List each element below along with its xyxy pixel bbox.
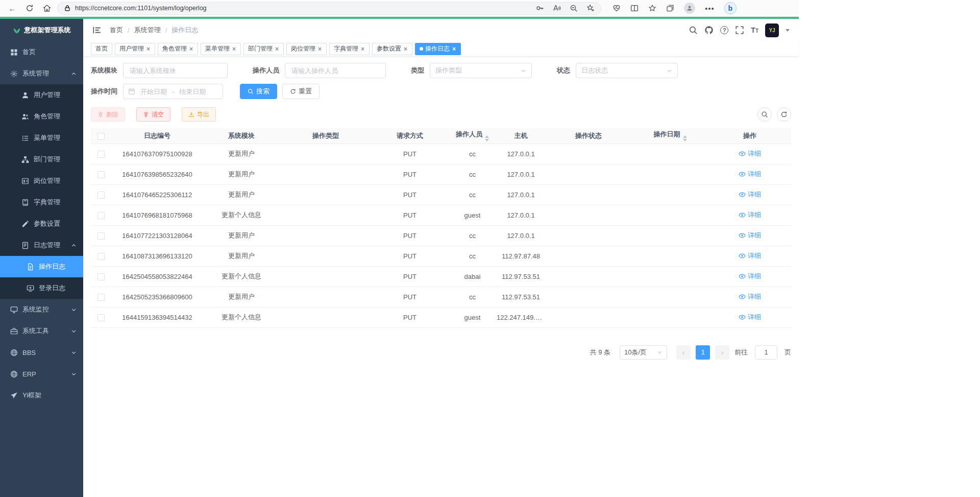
header-search-icon[interactable] bbox=[689, 26, 698, 35]
reset-button[interactable]: 重置 bbox=[282, 84, 320, 99]
address-bar[interactable]: https://ccnetcore.com:1101/system/log/op… bbox=[57, 2, 601, 15]
page-number-1[interactable]: 1 bbox=[696, 345, 710, 360]
close-tab-icon[interactable]: × bbox=[232, 46, 236, 52]
detail-link[interactable]: 详细 bbox=[739, 170, 761, 179]
detail-link[interactable]: 详细 bbox=[739, 149, 761, 158]
detail-link[interactable]: 详细 bbox=[739, 210, 761, 220]
type-filter-select[interactable]: 操作类型 bbox=[430, 63, 532, 78]
table-refresh-button[interactable] bbox=[777, 107, 791, 122]
table-row[interactable]: 1644159136394514432 更新个人信息 PUT guest 122… bbox=[91, 307, 791, 327]
tab-user-management[interactable]: 用户管理 × bbox=[115, 43, 155, 55]
sidebar-item-home[interactable]: 首页 bbox=[0, 41, 83, 63]
row-checkbox[interactable] bbox=[97, 171, 105, 178]
sort-icons[interactable] bbox=[683, 135, 687, 141]
browser-home-button[interactable] bbox=[40, 2, 54, 15]
detail-link[interactable]: 详细 bbox=[739, 231, 761, 240]
sidebar-item-operation-log[interactable]: 操作日志 bbox=[0, 256, 83, 277]
tab-param-settings[interactable]: 参数设置 × bbox=[372, 43, 412, 55]
close-tab-icon[interactable]: × bbox=[275, 46, 279, 52]
sidebar-item-system-tools[interactable]: 系统工具 bbox=[0, 320, 83, 342]
row-checkbox[interactable] bbox=[97, 253, 105, 260]
breadcrumb-home[interactable]: 首页 bbox=[110, 26, 123, 35]
tab-dept-management[interactable]: 部门管理 × bbox=[243, 43, 284, 55]
detail-link[interactable]: 详细 bbox=[739, 313, 761, 322]
row-checkbox[interactable] bbox=[97, 232, 105, 240]
tab-post-management[interactable]: 岗位管理 × bbox=[286, 43, 327, 55]
row-checkbox[interactable] bbox=[97, 212, 105, 219]
table-row[interactable]: 1641076370975100928 更新用户 PUT cc 127.0.0.… bbox=[91, 144, 791, 164]
browser-refresh-button[interactable] bbox=[22, 2, 37, 15]
search-button[interactable]: 搜索 bbox=[240, 84, 277, 99]
status-filter-select[interactable]: 日志状态 bbox=[576, 63, 678, 78]
row-checkbox[interactable] bbox=[97, 192, 105, 199]
collapse-sidebar-button[interactable] bbox=[92, 26, 102, 35]
tab-dict-management[interactable]: 字典管理 × bbox=[329, 43, 370, 55]
sidebar-item-menu-management[interactable]: 菜单管理 bbox=[0, 127, 83, 149]
clear-button[interactable]: 清空 bbox=[136, 107, 170, 122]
sort-icons[interactable] bbox=[485, 135, 489, 141]
tab-home[interactable]: 首页 bbox=[91, 43, 112, 55]
user-avatar[interactable]: YJ bbox=[765, 23, 779, 37]
collections-icon[interactable] bbox=[666, 4, 674, 12]
start-date-input[interactable] bbox=[138, 88, 169, 96]
operator-filter-input[interactable] bbox=[285, 63, 386, 78]
sidebar-item-login-log[interactable]: 登录日志 bbox=[0, 277, 83, 299]
bing-copilot-icon[interactable]: b bbox=[724, 2, 737, 14]
page-size-select[interactable]: 10条/页 bbox=[620, 345, 667, 360]
read-aloud-icon[interactable] bbox=[553, 4, 561, 12]
breadcrumb-system-management[interactable]: 系统管理 bbox=[134, 26, 161, 35]
table-row[interactable]: 1641077221303128064 更新用户 PUT cc 127.0.0.… bbox=[91, 225, 791, 246]
browser-essentials-icon[interactable] bbox=[612, 4, 621, 12]
close-tab-icon[interactable]: × bbox=[317, 46, 322, 52]
sidebar-item-role-management[interactable]: 角色管理 bbox=[0, 106, 83, 127]
detail-link[interactable]: 详细 bbox=[739, 272, 761, 281]
end-date-input[interactable] bbox=[177, 88, 208, 96]
sidebar-item-system-monitor[interactable]: 系统监控 bbox=[0, 299, 83, 320]
table-row[interactable]: 1641076465225306112 更新用户 PUT cc 127.0.0.… bbox=[91, 184, 791, 205]
browser-menu-icon[interactable]: ••• bbox=[705, 4, 715, 13]
github-icon[interactable] bbox=[704, 26, 714, 35]
col-header-operator[interactable]: 操作人员 bbox=[448, 128, 497, 144]
sidebar-item-post-management[interactable]: 岗位管理 bbox=[0, 170, 83, 192]
sidebar-item-log-management[interactable]: 日志管理 bbox=[0, 234, 83, 256]
sidebar-item-bbs[interactable]: BBS bbox=[0, 342, 83, 363]
favorites-icon[interactable] bbox=[648, 4, 656, 12]
goto-page-input[interactable] bbox=[755, 345, 777, 360]
site-security-icon[interactable] bbox=[64, 5, 71, 12]
sidebar-item-user-management[interactable]: 用户管理 bbox=[0, 84, 83, 106]
font-size-icon[interactable]: TT bbox=[751, 26, 758, 34]
tab-role-management[interactable]: 角色管理 × bbox=[158, 43, 198, 55]
table-row[interactable]: 1642505235366809600 更新用户 PUT cc 112.97.5… bbox=[91, 287, 791, 307]
zoom-out-icon[interactable] bbox=[570, 4, 578, 12]
detail-link[interactable]: 详细 bbox=[739, 190, 761, 199]
module-filter-input[interactable] bbox=[123, 63, 228, 78]
close-tab-icon[interactable]: × bbox=[360, 46, 365, 52]
fullscreen-icon[interactable] bbox=[735, 26, 744, 35]
table-row[interactable]: 1642504558053822464 更新个人信息 PUT dabai 112… bbox=[91, 266, 791, 287]
sidebar-item-dept-management[interactable]: 部门管理 bbox=[0, 149, 83, 170]
add-favorite-icon[interactable] bbox=[586, 4, 595, 12]
sidebar-item-yi-framework[interactable]: Yi框架 bbox=[0, 385, 83, 406]
next-page-button[interactable]: › bbox=[715, 345, 729, 360]
close-tab-icon[interactable]: × bbox=[189, 46, 193, 52]
row-checkbox[interactable] bbox=[97, 314, 105, 321]
sidebar-item-erp[interactable]: ERP bbox=[0, 363, 83, 385]
table-row[interactable]: 1641076968181075968 更新个人信息 PUT guest 127… bbox=[91, 205, 791, 225]
prev-page-button[interactable]: ‹ bbox=[676, 345, 691, 360]
detail-link[interactable]: 详细 bbox=[739, 292, 761, 301]
tab-menu-management[interactable]: 菜单管理 × bbox=[201, 43, 241, 55]
select-all-checkbox[interactable] bbox=[97, 133, 105, 140]
split-screen-icon[interactable] bbox=[630, 4, 639, 12]
detail-link[interactable]: 详细 bbox=[739, 251, 761, 261]
col-header-date[interactable]: 操作日期 bbox=[632, 128, 708, 144]
table-search-toggle-button[interactable] bbox=[757, 107, 772, 122]
tab-operation-log[interactable]: 操作日志 × bbox=[415, 43, 461, 55]
row-checkbox[interactable] bbox=[97, 151, 105, 158]
close-tab-icon[interactable]: × bbox=[146, 46, 151, 52]
browser-profile-avatar[interactable] bbox=[684, 3, 695, 14]
saved-password-icon[interactable] bbox=[536, 4, 544, 12]
close-tab-icon[interactable]: × bbox=[452, 46, 456, 52]
row-checkbox[interactable] bbox=[97, 273, 105, 280]
date-range-picker[interactable]: - bbox=[123, 84, 223, 99]
help-icon[interactable]: ? bbox=[720, 26, 728, 34]
